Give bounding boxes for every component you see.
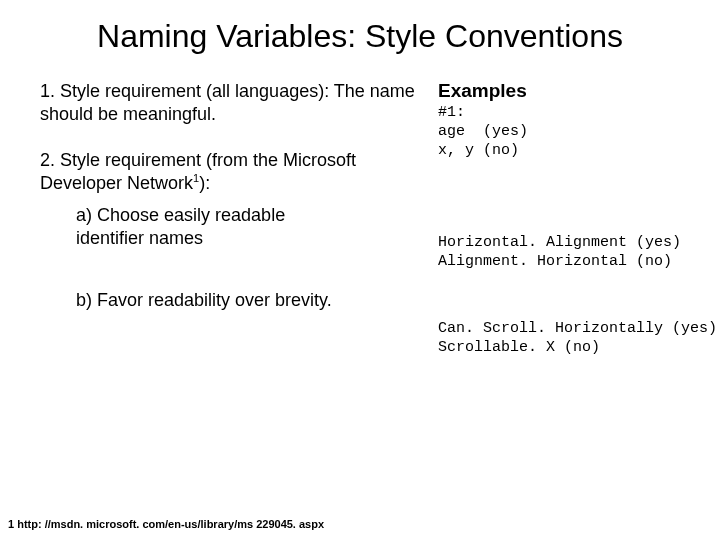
sub-a-text: Choose easily readable identifier names: [76, 205, 285, 248]
right-column: Examples #1: age (yes) x, y (no): [438, 80, 708, 160]
footnote: 1 http: //msdn. microsoft. com/en-us/lib…: [8, 518, 324, 530]
item2-number: 2.: [40, 150, 60, 170]
list-item-1: 1. Style requirement (all languages): Th…: [40, 80, 420, 125]
item1-number: 1.: [40, 81, 60, 101]
slide-title: Naming Variables: Style Conventions: [0, 18, 720, 55]
sub-b-label: b): [76, 290, 97, 310]
item1-text: Style requirement (all languages): The n…: [40, 81, 415, 124]
examples-heading: Examples: [438, 80, 708, 102]
sublist-item-a: a) Choose easily readable identifier nam…: [76, 204, 336, 249]
example-2: Horizontal. Alignment (yes) Alignment. H…: [438, 234, 718, 272]
example-1: #1: age (yes) x, y (no): [438, 104, 708, 160]
example-3: Can. Scroll. Horizontally (yes) Scrollab…: [438, 320, 718, 358]
sub-b-text: Favor readability over brevity.: [97, 290, 332, 310]
list-item-2: 2. Style requirement (from the Microsoft…: [40, 149, 420, 194]
left-column: 1. Style requirement (all languages): Th…: [40, 80, 420, 312]
sublist-item-b: b) Favor readability over brevity.: [76, 289, 336, 312]
slide: Naming Variables: Style Conventions 1. S…: [0, 0, 720, 540]
sub-a-label: a): [76, 205, 97, 225]
item2-text-after: ):: [199, 173, 210, 193]
